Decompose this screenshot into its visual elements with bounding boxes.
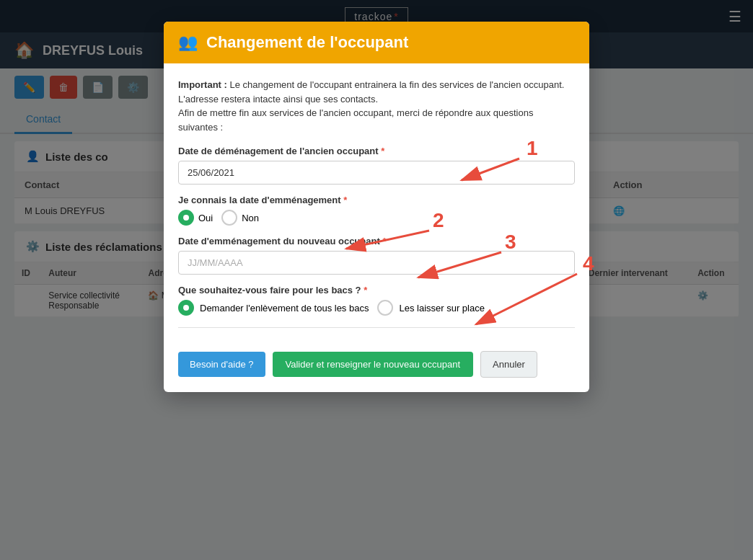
bacs-opt2[interactable]: Les laisser sur place xyxy=(377,300,485,316)
bacs-radio-group: Demander l'enlèvement de tous les bacs L… xyxy=(178,300,575,316)
modal-info-text1: Le changement de l'occupant entrainera l… xyxy=(178,79,564,105)
field2-oui[interactable]: Oui xyxy=(178,210,213,226)
modal-info-text: Important : Le changement de l'occupant … xyxy=(178,78,575,134)
field4-label: Que souhaitez-vous faire pour les bacs ?… xyxy=(178,285,575,295)
modal-dialog: 👥 Changement de l'occupant Important : L… xyxy=(164,22,589,392)
radio-oui-dot xyxy=(178,210,194,226)
bacs-opt1[interactable]: Demander l'enlèvement de tous les bacs xyxy=(178,300,369,316)
cancel-button[interactable]: Annuler xyxy=(480,351,537,378)
field3-label: Date d'emménagement du nouveau occupant … xyxy=(178,236,575,246)
field2-radio-group: Oui Non xyxy=(178,210,575,226)
modal-header: 👥 Changement de l'occupant xyxy=(164,22,589,63)
modal-header-icon: 👥 xyxy=(178,33,198,52)
modal-footer: Besoin d'aide ? Valider et renseigner le… xyxy=(164,342,589,392)
bacs-opt2-dot xyxy=(377,300,393,316)
modal-divider xyxy=(178,327,575,328)
radio-non-dot xyxy=(221,210,237,226)
modal-overlay: 👥 Changement de l'occupant Important : L… xyxy=(0,0,753,560)
modal-body: Important : Le changement de l'occupant … xyxy=(164,63,589,342)
bacs-opt1-dot xyxy=(178,300,194,316)
field2-label: Je connais la date d'emménagement * xyxy=(178,195,575,205)
modal-info-bold: Important : xyxy=(178,79,227,90)
validate-button[interactable]: Valider et renseigner le nouveau occupan… xyxy=(273,352,474,377)
modal-title: Changement de l'occupant xyxy=(206,33,408,52)
help-button[interactable]: Besoin d'aide ? xyxy=(178,352,265,377)
field1-input[interactable] xyxy=(178,161,575,185)
field3-input[interactable] xyxy=(178,251,575,275)
field2-non[interactable]: Non xyxy=(221,210,259,226)
field1-label: Date de déménagement de l'ancien occupan… xyxy=(178,146,575,156)
modal-info-text2: Afin de mettre fin aux services de l'anc… xyxy=(178,107,533,133)
